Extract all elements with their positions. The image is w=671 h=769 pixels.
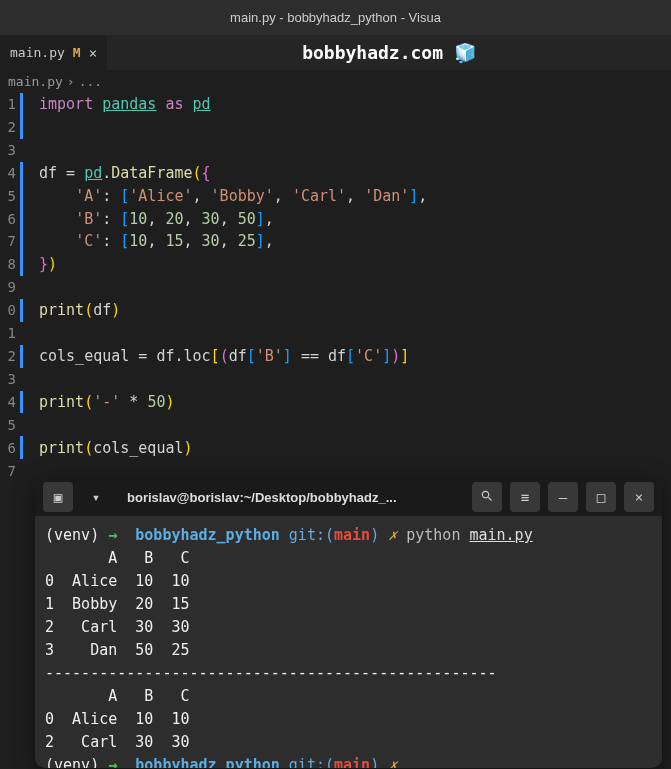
close-icon[interactable]: ×: [89, 45, 97, 61]
tab-bar: main.py M × bobbyhadz.com 🧊: [0, 35, 671, 70]
window-title: main.py - bobbyhadz_python - Visua: [230, 10, 441, 25]
hamburger-icon: ≡: [521, 489, 529, 505]
window-titlebar: main.py - bobbyhadz_python - Visua: [0, 0, 671, 35]
site-label: bobbyhadz.com 🧊: [107, 42, 671, 63]
breadcrumb-file: main.py: [8, 74, 63, 89]
search-button[interactable]: [472, 482, 502, 512]
menu-button[interactable]: ≡: [510, 482, 540, 512]
breadcrumb-more: ...: [79, 74, 102, 89]
chevron-down-icon: ▾: [92, 489, 100, 505]
breadcrumb[interactable]: main.py › ...: [0, 70, 671, 93]
tab-modified-indicator: M: [73, 45, 81, 60]
site-text: bobbyhadz.com: [302, 42, 443, 63]
search-icon: [480, 489, 494, 506]
code-editor[interactable]: 1 2 3 4 5 6 7 8 9 0 1 2 3 4 5 6 7 import…: [0, 93, 671, 463]
terminal-output[interactable]: (venv) → bobbyhadz_python git:(main) ✗ p…: [35, 516, 662, 768]
tab-filename: main.py: [10, 45, 65, 60]
cube-icon: 🧊: [454, 42, 476, 63]
terminal-path: borislav@borislav:~/Desktop/bobbyhadz_..…: [119, 490, 464, 505]
tab-main-py[interactable]: main.py M ×: [0, 35, 107, 70]
code-content[interactable]: import pandas as pd df = pd.DataFrame({ …: [23, 93, 671, 463]
line-gutter: 1 2 3 4 5 6 7 8 9 0 1 2 3 4 5 6 7: [0, 93, 20, 463]
maximize-button[interactable]: □: [586, 482, 616, 512]
minimize-button[interactable]: –: [548, 482, 578, 512]
new-tab-button[interactable]: ▣: [43, 482, 73, 512]
terminal-icon: ▣: [54, 489, 62, 505]
terminal-titlebar[interactable]: ▣ ▾ borislav@borislav:~/Desktop/bobbyhad…: [35, 478, 662, 516]
close-icon: ×: [635, 489, 643, 505]
maximize-icon: □: [597, 489, 605, 505]
terminal-window: ▣ ▾ borislav@borislav:~/Desktop/bobbyhad…: [35, 478, 662, 768]
minimize-icon: –: [559, 489, 567, 505]
dropdown-button[interactable]: ▾: [81, 482, 111, 512]
close-button[interactable]: ×: [624, 482, 654, 512]
chevron-right-icon: ›: [67, 74, 75, 89]
